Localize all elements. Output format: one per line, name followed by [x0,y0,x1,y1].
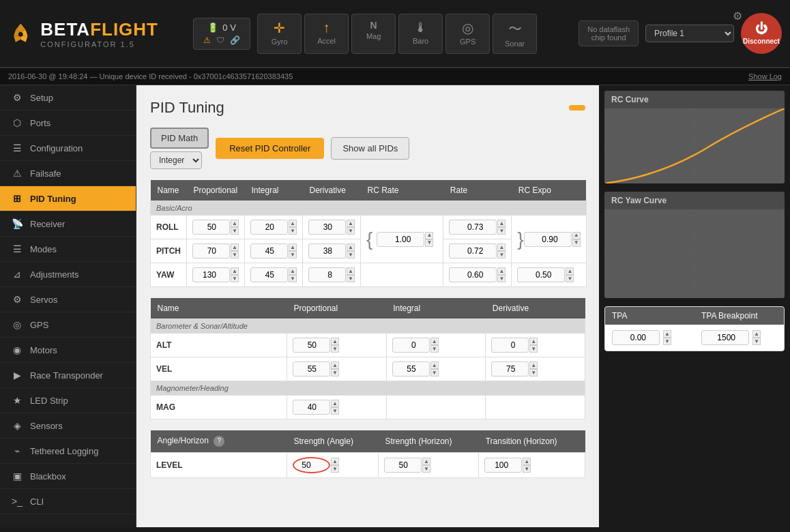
angle-help-icon[interactable]: ? [214,436,224,447]
pitch-derivative-up[interactable]: ▲ [347,243,355,251]
level-strength-angle-up[interactable]: ▲ [331,458,339,465]
disconnect-button[interactable]: ⏻ Disconnect [741,13,782,54]
roll-proportional-input[interactable] [192,220,230,235]
level-strength-horizon-down[interactable]: ▼ [422,465,430,473]
pitch-derivative-down[interactable]: ▼ [347,251,355,258]
roll-integral-up[interactable]: ▲ [289,220,297,227]
yaw-derivative-input[interactable] [308,267,346,282]
rc-expo-down[interactable]: ▼ [572,239,581,247]
roll-proportional-down[interactable]: ▼ [231,227,239,235]
tpa-breakpoint-up[interactable]: ▲ [752,330,761,338]
pitch-rate-up[interactable]: ▲ [497,243,506,251]
vel-integral-up[interactable]: ▲ [430,361,439,369]
sidebar-item-servos[interactable]: ⚙ Servos [0,287,136,312]
yaw-integral-up[interactable]: ▲ [289,267,297,275]
sidebar-item-race-transponder[interactable]: ▶ Race Transponder [0,363,136,388]
yaw-rc-expo-input[interactable] [517,267,565,282]
yaw-rc-expo-down[interactable]: ▼ [566,275,574,282]
roll-rate-up[interactable]: ▲ [497,220,506,227]
sidebar-item-cli[interactable]: >_ CLI [0,489,136,514]
vel-proportional-up[interactable]: ▲ [331,361,339,369]
tpa-breakpoint-input[interactable] [701,330,749,345]
mag-proportional-down[interactable]: ▼ [331,407,339,415]
sidebar-item-tethered-logging[interactable]: ⌁ Tethered Logging [0,439,136,464]
settings-icon[interactable]: ⚙ [733,10,742,23]
vel-integral-input[interactable] [392,361,430,376]
sidebar-item-modes[interactable]: ☰ Modes [0,237,136,262]
roll-proportional-up[interactable]: ▲ [231,220,239,227]
sidebar-item-motors[interactable]: ◉ Motors [0,338,136,363]
yaw-rate-down[interactable]: ▼ [497,275,506,282]
mag-proportional-input[interactable] [293,400,330,415]
rc-rate-input[interactable] [377,232,424,247]
yaw-proportional-input[interactable] [192,267,230,282]
tpa-down[interactable]: ▼ [663,338,671,345]
roll-derivative-down[interactable]: ▼ [347,227,355,235]
roll-integral-down[interactable]: ▼ [289,227,297,235]
alt-derivative-input[interactable] [491,338,529,353]
alt-integral-down[interactable]: ▼ [430,345,439,353]
sidebar-item-blackbox[interactable]: ▣ Blackbox [0,464,136,489]
tpa-input[interactable] [612,330,660,345]
alt-proportional-down[interactable]: ▼ [331,345,339,353]
pitch-derivative-input[interactable] [308,243,346,258]
alt-derivative-down[interactable]: ▼ [529,345,538,353]
vel-derivative-up[interactable]: ▲ [529,361,538,369]
integer-select[interactable]: Integer Float [150,151,202,169]
alt-integral-up[interactable]: ▲ [430,338,439,345]
vel-integral-down[interactable]: ▼ [430,369,439,376]
profile-select[interactable]: Profile 1 Profile 2 Profile 3 [645,25,734,42]
level-transition-horizon-down[interactable]: ▼ [523,465,531,473]
alt-proportional-up[interactable]: ▲ [331,338,339,345]
level-strength-angle-down[interactable]: ▼ [331,465,339,473]
sidebar-item-pid-tuning[interactable]: ⊞ PID Tuning [0,186,136,211]
pid-math-button[interactable]: PID Math [150,128,209,149]
yaw-rc-expo-up[interactable]: ▲ [566,267,574,275]
pitch-integral-down[interactable]: ▼ [289,251,297,258]
sidebar-item-failsafe[interactable]: ⚠ Failsafe [0,161,136,186]
yaw-proportional-down[interactable]: ▼ [231,275,239,282]
pitch-proportional-up[interactable]: ▲ [231,243,239,251]
pitch-proportional-down[interactable]: ▼ [231,251,239,258]
sidebar-item-receiver[interactable]: 📡 Receiver [0,211,136,237]
rc-expo-up[interactable]: ▲ [572,232,581,239]
pitch-rate-input[interactable] [449,243,497,258]
sidebar-item-sensors[interactable]: ◈ Sensors [0,413,136,439]
pitch-proportional-input[interactable] [192,243,230,258]
yaw-integral-down[interactable]: ▼ [289,275,297,282]
vel-derivative-input[interactable] [491,361,529,376]
show-all-pids-button[interactable]: Show all PIDs [331,137,409,160]
pitch-integral-up[interactable]: ▲ [289,243,297,251]
roll-rate-input[interactable] [449,220,497,235]
wiki-button[interactable] [569,105,585,110]
rc-rate-up[interactable]: ▲ [425,232,433,239]
sidebar-item-led-strip[interactable]: ★ LED Strip [0,388,136,413]
vel-proportional-down[interactable]: ▼ [331,369,339,376]
level-strength-horizon-up[interactable]: ▲ [422,458,430,465]
rc-rate-down[interactable]: ▼ [425,239,433,247]
roll-derivative-up[interactable]: ▲ [347,220,355,227]
alt-proportional-input[interactable] [293,338,330,353]
level-strength-horizon-input[interactable] [384,458,422,473]
sidebar-item-adjustments[interactable]: ⊿ Adjustments [0,262,136,287]
yaw-rate-input[interactable] [449,267,497,282]
yaw-derivative-down[interactable]: ▼ [347,275,355,282]
yaw-proportional-up[interactable]: ▲ [231,267,239,275]
mag-proportional-up[interactable]: ▲ [331,400,339,407]
level-transition-horizon-input[interactable] [484,458,522,473]
sidebar-item-setup[interactable]: ⚙ Setup [0,85,136,110]
yaw-integral-input[interactable] [250,267,288,282]
tpa-up[interactable]: ▲ [663,330,671,338]
yaw-rate-up[interactable]: ▲ [497,267,506,275]
sidebar-item-configuration[interactable]: ☰ Configuration [0,136,136,161]
show-log-button[interactable]: Show Log [748,72,782,80]
level-transition-horizon-up[interactable]: ▲ [523,458,531,465]
sidebar-item-gps[interactable]: ◎ GPS [0,312,136,338]
level-strength-angle-input[interactable] [293,457,330,473]
roll-integral-input[interactable] [250,220,288,235]
reset-pid-button[interactable]: Reset PID Controller [216,138,324,159]
sidebar-item-ports[interactable]: ⬡ Ports [0,110,136,136]
roll-derivative-input[interactable] [308,220,346,235]
yaw-derivative-up[interactable]: ▲ [347,267,355,275]
vel-proportional-input[interactable] [293,361,330,376]
